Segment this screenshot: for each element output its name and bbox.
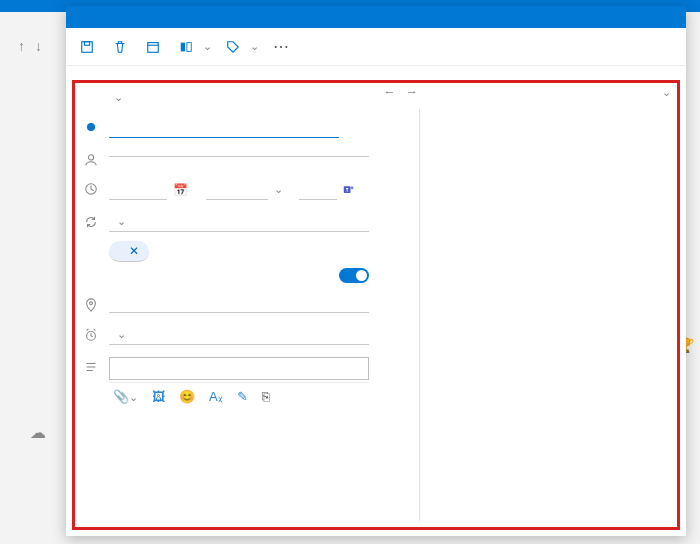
location-chip[interactable]: ✕ bbox=[109, 241, 149, 262]
repeat-dropdown[interactable]: ⌄ bbox=[109, 212, 369, 232]
calendar-selector[interactable]: ⌄ bbox=[83, 91, 369, 104]
discard-button[interactable] bbox=[113, 40, 132, 54]
end-time-input[interactable] bbox=[299, 179, 337, 200]
calendar-check-icon bbox=[146, 40, 160, 54]
prev-day-button[interactable]: ← bbox=[383, 85, 396, 99]
event-color-dot bbox=[87, 123, 95, 131]
description-icon bbox=[83, 357, 99, 374]
location-icon bbox=[83, 295, 99, 312]
attach-icon[interactable]: 📎⌄ bbox=[113, 389, 138, 404]
svg-point-8 bbox=[351, 186, 354, 189]
chevron-down-icon: ⌄ bbox=[117, 328, 126, 341]
svg-rect-3 bbox=[181, 42, 185, 51]
event-form: ⌄ bbox=[75, 83, 375, 527]
day-schedule-pane: ← → ⌄ bbox=[375, 83, 677, 527]
svg-point-5 bbox=[88, 155, 93, 160]
calendar-picker-icon[interactable]: 📅 bbox=[173, 183, 188, 197]
chevron-down-icon: ⌄ bbox=[114, 91, 123, 104]
highlighted-region: ⌄ bbox=[72, 80, 680, 530]
location-input[interactable] bbox=[109, 295, 369, 313]
more-button[interactable]: ⋯ bbox=[273, 37, 291, 56]
scheduling-assistant-button[interactable] bbox=[146, 40, 165, 54]
reminder-icon bbox=[83, 325, 99, 342]
background-nav-arrows: ↑↓ bbox=[18, 38, 42, 54]
save-button[interactable] bbox=[80, 40, 99, 54]
svg-rect-0 bbox=[82, 41, 93, 52]
tag-icon bbox=[226, 40, 240, 54]
start-time-input[interactable] bbox=[206, 179, 268, 200]
invite-attendees-input[interactable] bbox=[109, 150, 369, 157]
draw-icon[interactable]: ✎ bbox=[237, 389, 248, 404]
format-icon[interactable]: Aᵪ bbox=[209, 389, 223, 404]
svg-rect-2 bbox=[148, 42, 159, 52]
repeat-icon bbox=[83, 212, 99, 229]
chevron-down-icon: ⌄ bbox=[250, 40, 259, 53]
event-editor-modal: ⌄ ⌄ ⋯ ⌄ bbox=[66, 6, 686, 536]
cloud-icon: ☁ bbox=[30, 423, 46, 442]
chevron-down-icon: ⌄ bbox=[274, 183, 283, 196]
chevron-down-icon: ⌄ bbox=[117, 215, 126, 228]
next-day-button[interactable]: → bbox=[406, 85, 419, 99]
save-icon bbox=[80, 40, 94, 54]
categorize-dropdown[interactable]: ⌄ bbox=[226, 40, 259, 54]
emoji-icon[interactable]: 😊 bbox=[179, 389, 195, 404]
remove-chip-icon[interactable]: ✕ bbox=[129, 244, 139, 258]
svg-rect-1 bbox=[84, 41, 89, 45]
event-title-input[interactable] bbox=[109, 114, 339, 138]
teams-icon bbox=[343, 184, 355, 196]
svg-point-9 bbox=[90, 302, 93, 305]
people-icon bbox=[83, 150, 99, 167]
busy-icon bbox=[179, 40, 193, 54]
modal-titlebar bbox=[66, 6, 686, 28]
event-body-editor[interactable] bbox=[109, 357, 369, 380]
date-input[interactable] bbox=[109, 179, 167, 200]
rich-text-toolbar: 📎⌄ 🖼 😊 Aᵪ ✎ ⎘ bbox=[109, 382, 369, 404]
svg-rect-4 bbox=[187, 42, 191, 51]
busy-dropdown[interactable]: ⌄ bbox=[179, 40, 212, 54]
trash-icon bbox=[113, 40, 127, 54]
command-bar: ⌄ ⌄ ⋯ bbox=[66, 28, 686, 66]
teams-meeting-toggle[interactable] bbox=[339, 268, 369, 283]
chevron-down-icon: ⌄ bbox=[203, 40, 212, 53]
insert-icon[interactable]: ⎘ bbox=[262, 389, 270, 404]
picture-icon[interactable]: 🖼 bbox=[152, 389, 165, 404]
reminder-dropdown[interactable]: ⌄ bbox=[109, 325, 369, 345]
clock-icon bbox=[83, 179, 99, 196]
chevron-down-icon[interactable]: ⌄ bbox=[662, 86, 671, 99]
